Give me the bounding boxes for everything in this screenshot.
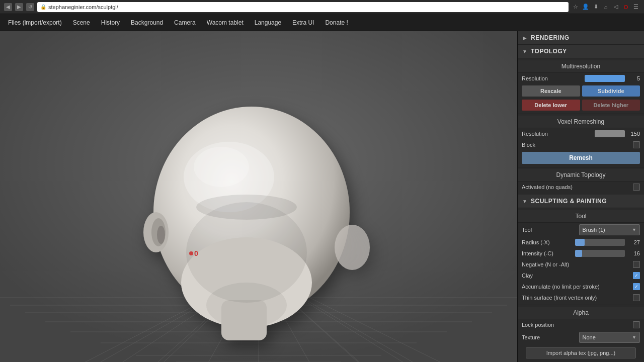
thin-surface-label: Thin surface (front vertex only) [522, 295, 630, 301]
thin-surface-row: Thin surface (front vertex only) [518, 292, 644, 303]
browser-right-icons: ☆ 👤 ⬇ ⌂ ◁ O ☰ [572, 3, 640, 11]
forward-button[interactable]: ▶ [15, 3, 23, 11]
menu-background[interactable]: Background [126, 17, 168, 28]
resolution-row: Resolution 5 [518, 73, 644, 84]
main-area: Vertex : 393218 Faces : 393216 [0, 31, 644, 362]
subdivide-button[interactable]: Subdivide [582, 85, 640, 97]
voxel-resolution-slider[interactable] [595, 130, 625, 137]
menu-scene[interactable]: Scene [68, 17, 95, 28]
menu-bar: Files (import/export) Scene History Back… [0, 14, 644, 31]
menu-donate[interactable]: Donate ! [320, 17, 353, 28]
divider1 [518, 114, 644, 114]
menu-icon[interactable]: ☰ [632, 3, 640, 11]
back-button[interactable]: ◀ [4, 3, 12, 11]
svg-point-34 [196, 195, 297, 220]
delete-higher-button[interactable]: Delete higher [582, 100, 640, 111]
tool-dropdown[interactable]: Brush (1) ▼ [579, 224, 640, 235]
resolution-slider[interactable] [585, 75, 625, 82]
svg-text:0: 0 [194, 249, 198, 257]
resolution-value: 5 [628, 75, 640, 81]
url-text: stephaneginier.com/sculptgl/ [48, 4, 118, 10]
url-bar[interactable]: 🔒 stephaneginier.com/sculptgl/ [37, 2, 569, 12]
radius-label: Radius (-X) [522, 239, 572, 245]
activated-label: Activated (no quads) [522, 184, 630, 190]
radius-value: 27 [628, 239, 640, 245]
delete-row: Delete lower Delete higher [518, 98, 644, 112]
opera-icon[interactable]: O [622, 3, 630, 11]
import-alpha-wrapper: Import alpha tex (jpg, png...) [518, 344, 644, 361]
intensity-slider[interactable] [575, 250, 625, 257]
alpha-header: Alpha [518, 307, 644, 319]
home-icon[interactable]: ⌂ [602, 3, 610, 11]
menu-camera[interactable]: Camera [169, 17, 201, 28]
back2-icon[interactable]: ◁ [612, 3, 620, 11]
activated-row: Activated (no quads) [518, 182, 644, 193]
voxel-remeshing-header: Voxel Remeshing [518, 116, 644, 128]
menu-extra-ui[interactable]: Extra UI [287, 17, 319, 28]
viewport[interactable]: Vertex : 393218 Faces : 393216 [0, 31, 517, 362]
tool-label: Tool [522, 227, 576, 233]
multiresolution-header: Multiresolution [518, 60, 644, 73]
remesh-button[interactable]: Remesh [522, 152, 640, 164]
texture-row: Texture None ▼ [518, 330, 644, 344]
section-rendering[interactable]: ▶ RENDERING [518, 31, 644, 45]
tool-row: Tool Brush (1) ▼ [518, 223, 644, 237]
menu-history[interactable]: History [96, 17, 125, 28]
svg-point-28 [194, 147, 249, 187]
topology-arrow: ▼ [522, 48, 528, 54]
texture-dropdown[interactable]: None ▼ [579, 332, 640, 343]
clay-label: Clay [522, 273, 630, 279]
import-alpha-button[interactable]: Import alpha tex (jpg, png...) [526, 347, 636, 358]
svg-rect-26 [221, 300, 267, 340]
menu-files[interactable]: Files (import/export) [3, 17, 67, 28]
voxel-resolution-label: Resolution [522, 131, 592, 137]
thin-surface-checkbox[interactable] [633, 294, 640, 301]
voxel-resolution-value: 150 [628, 131, 640, 137]
dynamic-topology-header: Dynamic Topology [518, 169, 644, 182]
rescale-subdivide-row: Rescale Subdivide [518, 84, 644, 98]
menu-language[interactable]: Language [250, 17, 286, 28]
delete-lower-button[interactable]: Delete lower [522, 100, 580, 111]
bookmark-icon[interactable]: ☆ [572, 3, 580, 11]
resolution-label: Resolution [522, 75, 582, 81]
clay-checkbox[interactable] [633, 272, 640, 279]
reload-button[interactable]: ↺ [26, 3, 34, 11]
download-icon[interactable]: ⬇ [592, 3, 600, 11]
tool-dropdown-arrow: ▼ [632, 227, 636, 232]
texture-dropdown-value: None [583, 334, 596, 340]
intensity-value: 16 [628, 250, 640, 256]
lock-position-label: Lock position [522, 322, 630, 328]
voxel-resolution-row: Resolution 150 [518, 128, 644, 139]
rendering-arrow: ▶ [522, 35, 528, 41]
accumulate-label: Accumulate (no limit per stroke) [522, 284, 630, 290]
sculpting-arrow: ▼ [522, 198, 528, 204]
lock-position-checkbox[interactable] [633, 321, 640, 328]
radius-row: Radius (-X) 27 [518, 237, 644, 248]
block-checkbox[interactable] [633, 141, 640, 148]
profile-icon[interactable]: 👤 [582, 3, 590, 11]
lock-position-row: Lock position [518, 319, 644, 330]
svg-point-31 [157, 226, 165, 244]
topology-content: Multiresolution Resolution 5 Rescale Sub… [518, 58, 644, 195]
menu-wacom[interactable]: Wacom tablet [202, 17, 249, 28]
negative-label: Negative (N or -Alt) [522, 261, 630, 267]
radius-slider[interactable] [575, 239, 625, 246]
tool-dropdown-value: Brush (1) [583, 227, 605, 233]
section-topology[interactable]: ▼ TOPOLOGY [518, 45, 644, 58]
tool-section-header: Tool [518, 210, 644, 223]
accumulate-row: Accumulate (no limit per stroke) [518, 281, 644, 292]
activated-checkbox[interactable] [633, 184, 640, 191]
block-row: Block [518, 139, 644, 150]
intensity-label: Intensity (-C) [522, 250, 572, 256]
negative-row: Negative (N or -Alt) [518, 259, 644, 270]
remesh-btn-wrapper: Remesh [518, 150, 644, 165]
accumulate-checkbox[interactable] [633, 283, 640, 290]
block-label: Block [522, 142, 630, 148]
section-sculpting[interactable]: ▼ SCULPTING & PAINTING [518, 195, 644, 208]
divider2 [518, 167, 644, 167]
negative-checkbox[interactable] [633, 261, 640, 268]
rescale-button[interactable]: Rescale [522, 85, 580, 97]
divider3 [518, 305, 644, 305]
svg-point-32 [335, 225, 370, 270]
svg-point-35 [189, 251, 193, 255]
